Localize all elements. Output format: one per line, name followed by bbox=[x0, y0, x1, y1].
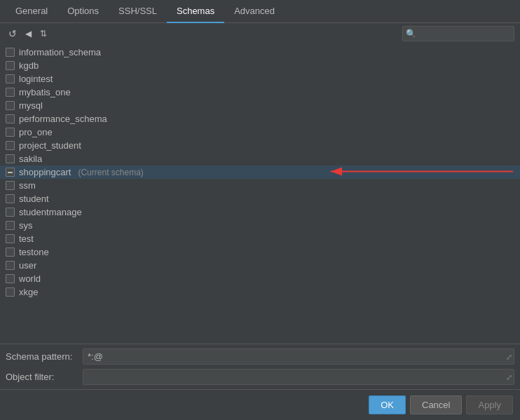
schema-name-label: ssm bbox=[19, 180, 36, 191]
schema-checkbox[interactable] bbox=[6, 287, 15, 297]
object-filter-label: Object filter: bbox=[6, 372, 83, 382]
schema-name-label: world bbox=[19, 273, 41, 284]
schema-item[interactable]: mybatis_one bbox=[0, 86, 520, 99]
schema-checkbox[interactable] bbox=[6, 48, 15, 57]
schema-pattern-label: Schema pattern: bbox=[6, 351, 83, 362]
object-filter-input[interactable] bbox=[83, 369, 514, 385]
schema-name-label: kgdb bbox=[19, 60, 39, 71]
schema-item[interactable]: project_student bbox=[0, 139, 520, 152]
tab-advanced[interactable]: Advanced bbox=[224, 0, 285, 23]
object-filter-row: Object filter: ⤢ bbox=[6, 369, 514, 385]
schema-checkbox[interactable] bbox=[6, 128, 15, 137]
schema-checkbox[interactable] bbox=[6, 234, 15, 243]
schema-checkbox[interactable] bbox=[6, 61, 15, 70]
schema-item[interactable]: ssm bbox=[0, 179, 520, 192]
schema-name-label: logintest bbox=[19, 74, 53, 84]
schema-name-label: performance_schema bbox=[19, 114, 107, 124]
schema-name-label: sys bbox=[19, 220, 33, 231]
red-arrow-icon bbox=[324, 164, 513, 180]
schema-item[interactable]: user bbox=[0, 259, 520, 272]
schema-item[interactable]: test bbox=[0, 232, 520, 245]
sort-button[interactable]: ⇅ bbox=[37, 27, 50, 40]
schema-checkbox[interactable] bbox=[6, 168, 15, 177]
schema-item[interactable]: logintest bbox=[0, 72, 520, 86]
schema-name-label: shoppingcart bbox=[19, 167, 71, 177]
tab-general[interactable]: General bbox=[6, 0, 57, 23]
schema-name-label: project_student bbox=[19, 140, 81, 151]
schema-checkbox[interactable] bbox=[6, 194, 15, 203]
search-icon: 🔍 bbox=[406, 29, 416, 39]
back-button[interactable]: ◀ bbox=[22, 27, 34, 40]
schema-checkbox[interactable] bbox=[6, 101, 15, 110]
schema-pattern-row: Schema pattern: ⤢ bbox=[6, 348, 514, 365]
schema-name-label: xkge bbox=[19, 287, 38, 297]
schema-checkbox[interactable] bbox=[6, 261, 15, 270]
schema-name-label: student bbox=[19, 194, 49, 204]
object-filter-input-wrap: ⤢ bbox=[83, 369, 514, 385]
schema-item[interactable]: world bbox=[0, 272, 520, 285]
search-box: 🔍 bbox=[402, 26, 514, 41]
object-filter-expand-button[interactable]: ⤢ bbox=[506, 372, 512, 381]
schema-checkbox[interactable] bbox=[6, 221, 15, 230]
schema-checkbox[interactable] bbox=[6, 181, 15, 190]
schema-checkbox[interactable] bbox=[6, 154, 15, 163]
tab-options[interactable]: Options bbox=[57, 0, 109, 23]
schema-name-label: studentmanage bbox=[19, 207, 82, 217]
refresh-button[interactable]: ↺ bbox=[6, 27, 20, 41]
schema-name-label: information_schema bbox=[19, 47, 101, 57]
apply-button[interactable]: Apply bbox=[466, 395, 513, 414]
ok-button[interactable]: OK bbox=[369, 395, 406, 414]
schema-checkbox[interactable] bbox=[6, 141, 15, 150]
schema-item[interactable]: kgdb bbox=[0, 59, 520, 72]
schema-item[interactable]: information_schema bbox=[0, 46, 520, 59]
schema-item[interactable]: studentmanage bbox=[0, 205, 520, 219]
current-schema-label: (Current schema) bbox=[78, 168, 143, 177]
schema-item[interactable]: mysql bbox=[0, 99, 520, 112]
schema-name-label: mysql bbox=[19, 100, 43, 111]
bottom-fields: Schema pattern: ⤢ Object filter: ⤢ bbox=[0, 344, 520, 389]
schema-name-label: mybatis_one bbox=[19, 87, 71, 97]
tab-sshssl[interactable]: SSH/SSL bbox=[109, 0, 167, 23]
schema-item[interactable]: sys bbox=[0, 219, 520, 232]
toolbar: ↺ ◀ ⇅ 🔍 bbox=[0, 23, 520, 44]
schema-item[interactable]: pro_one bbox=[0, 126, 520, 139]
schema-name-label: pro_one bbox=[19, 127, 53, 137]
schema-checkbox[interactable] bbox=[6, 248, 15, 257]
schema-name-label: test bbox=[19, 233, 34, 244]
schema-pattern-expand-button[interactable]: ⤢ bbox=[506, 352, 512, 361]
schema-item[interactable]: xkge bbox=[0, 285, 520, 299]
schema-pattern-input-wrap: ⤢ bbox=[83, 348, 514, 365]
search-input[interactable] bbox=[402, 26, 514, 41]
schema-name-label: sakila bbox=[19, 154, 42, 164]
schema-name-label: testone bbox=[19, 247, 49, 257]
cancel-button[interactable]: Cancel bbox=[410, 395, 462, 414]
schema-list: information_schemakgdblogintestmybatis_o… bbox=[0, 44, 520, 344]
schema-item[interactable]: sakila bbox=[0, 152, 520, 165]
schema-name-label: user bbox=[19, 260, 36, 271]
schema-checkbox[interactable] bbox=[6, 208, 15, 217]
schema-item[interactable]: student bbox=[0, 192, 520, 205]
schema-checkbox[interactable] bbox=[6, 88, 15, 97]
schema-item[interactable]: shoppingcart(Current schema) bbox=[0, 165, 520, 179]
schema-item[interactable]: testone bbox=[0, 245, 520, 259]
schema-item[interactable]: performance_schema bbox=[0, 112, 520, 126]
tab-bar: General Options SSH/SSL Schemas Advanced bbox=[0, 0, 520, 23]
schema-pattern-input[interactable] bbox=[83, 348, 514, 365]
schema-checkbox[interactable] bbox=[6, 274, 15, 283]
schema-checkbox[interactable] bbox=[6, 74, 15, 83]
action-bar: OK Cancel Apply bbox=[0, 389, 520, 420]
schema-checkbox[interactable] bbox=[6, 114, 15, 123]
tab-schemas[interactable]: Schemas bbox=[167, 0, 224, 23]
